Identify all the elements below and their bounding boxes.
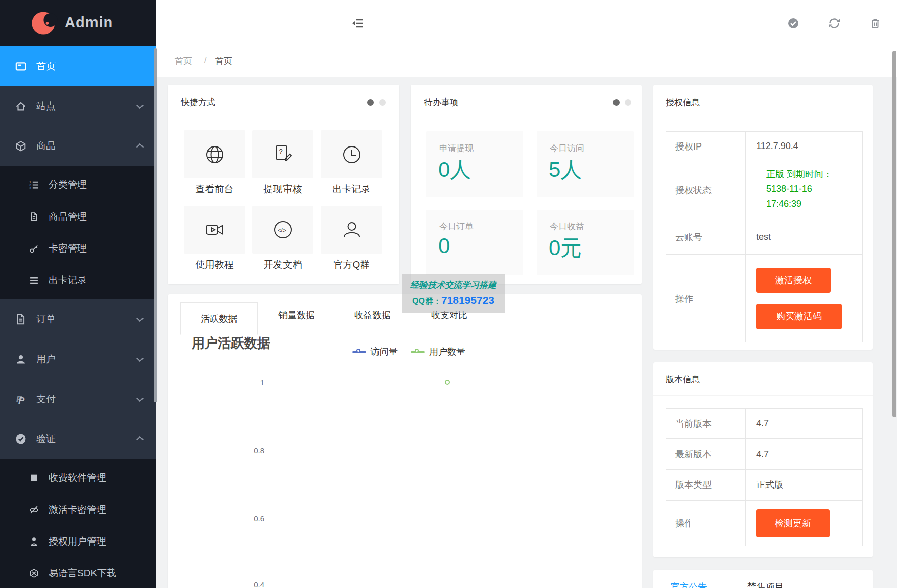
y-tick: 0.8 (204, 446, 264, 455)
version-card: 版本信息 当前版本 4.7 最新版本 4.7 版本类型 正式版 操作 检测更新 (653, 362, 873, 557)
breadcrumb: 首页 / 首页 (156, 46, 897, 77)
sidebar-item-label: 卡密管理 (49, 242, 87, 255)
tab-sales-data[interactable]: 销量数据 (266, 309, 327, 321)
cloud-account: test (746, 220, 862, 254)
carousel-dots (613, 99, 631, 106)
check-circle-icon (15, 433, 26, 445)
tab-revenue-data[interactable]: 收益数据 (342, 309, 403, 321)
sidebar-item-goods[interactable]: 商品 (0, 126, 156, 166)
legend-item-user-count[interactable]: 用户数量 (411, 346, 465, 358)
sidebar-item-label: 激活卡密管理 (49, 503, 106, 516)
legend-item-visits[interactable]: 访问量 (352, 346, 398, 358)
sidebar-item-card-key-manage[interactable]: 卡密管理 (0, 232, 156, 264)
app-title: Admin (65, 14, 113, 31)
sidebar-item-label: 验证 (36, 432, 56, 446)
list-numbered-icon: 123 (29, 180, 39, 189)
chart-legend: 访问量 用户数量 (352, 346, 465, 358)
sidebar-item-verify[interactable]: 验证 (0, 419, 156, 459)
sidebar-item-label: 支付 (36, 393, 56, 406)
sidebar-item-activation-key-manage[interactable]: 激活卡密管理 (0, 494, 156, 525)
shortcut-withdraw-review[interactable]: ? 提现审核 (252, 130, 313, 196)
sidebar-item-sdk-download[interactable]: 易语言SDK下载 (0, 557, 156, 588)
admin-dashboard: Admin 首页 站点 商品 123 (0, 0, 897, 588)
sidebar-item-category-manage[interactable]: 123 分类管理 (0, 169, 156, 201)
stat-value: 0人 (438, 156, 471, 184)
collapse-menu-icon[interactable] (352, 17, 364, 29)
tab-banned-items[interactable]: 禁售项目 (747, 581, 784, 588)
window-icon (15, 61, 26, 72)
activate-license-button[interactable]: 激活授权 (756, 268, 831, 293)
chart-title: 用户活跃数据 (192, 334, 270, 352)
stat-value: 0 (438, 234, 450, 258)
data-point-user-count (445, 380, 450, 385)
check-circle-icon[interactable] (787, 17, 799, 29)
chevron-down-icon (136, 354, 144, 361)
latest-version: 4.7 (746, 439, 862, 469)
sidebar-item-users[interactable]: 用户 (0, 339, 156, 379)
y-tick: 0.6 (204, 514, 264, 523)
breadcrumb-separator: / (204, 55, 207, 65)
card-title: 快捷方式 (181, 96, 215, 108)
card-header: 授权信息 (653, 85, 873, 117)
shortcut-tutorial[interactable]: 使用教程 (184, 206, 245, 271)
todos-card: 待办事项 申请提现 0人 今日访问 5人 今日订单 0 今日收益 0元 (411, 85, 642, 284)
chevron-down-icon (136, 101, 144, 108)
sidebar-item-payment[interactable]: P P 支付 (0, 379, 156, 419)
user-icon (15, 354, 26, 365)
card-header: 快捷方式 (168, 85, 399, 117)
chevron-up-icon (136, 143, 144, 150)
shortcut-dev-docs[interactable]: </> 开发文档 (252, 206, 313, 271)
sidebar-item-paid-software-manage[interactable]: 收费软件管理 (0, 462, 156, 494)
globe-icon (204, 143, 226, 166)
table-row: 云账号 test (666, 220, 862, 255)
sidebar-item-label: 授权用户管理 (49, 535, 106, 548)
carousel-dot[interactable] (379, 99, 386, 106)
user-tie-icon (29, 536, 39, 546)
stat-withdraw-requests: 申请提现 0人 (426, 131, 523, 197)
y-tick: 0.4 (204, 580, 264, 588)
table-row: 最新版本 4.7 (666, 439, 862, 470)
carousel-dots (367, 99, 386, 106)
hexagon-sdk-icon (29, 568, 39, 578)
page-scrollbar[interactable] (892, 51, 896, 417)
sidebar-item-licensed-user-manage[interactable]: 授权用户管理 (0, 525, 156, 557)
legend-marker (352, 351, 366, 353)
sidebar-item-label: 首页 (36, 60, 56, 73)
table-row: 版本类型 正式版 (666, 470, 862, 501)
tab-official-notice[interactable]: 官方公告 (671, 581, 707, 588)
sidebar-item-goods-manage[interactable]: 商品管理 (0, 201, 156, 232)
video-icon (204, 219, 226, 241)
carousel-dot[interactable] (625, 99, 631, 106)
topbar: admin888 (156, 0, 897, 46)
refresh-icon[interactable] (828, 17, 840, 29)
sidebar-item-label: 商品管理 (49, 210, 87, 223)
buy-activation-code-button[interactable]: 购买激活码 (756, 304, 842, 329)
shortcut-view-site[interactable]: 查看前台 (184, 130, 245, 196)
sidebar-item-home[interactable]: 首页 (0, 46, 156, 86)
paypal-icon: P P (15, 394, 26, 405)
home-icon (15, 101, 26, 112)
card-title: 待办事项 (424, 96, 458, 108)
key-icon (29, 243, 39, 253)
sidebar: Admin 首页 站点 商品 123 (0, 0, 156, 588)
table-row: 授权IP 112.7.90.4 (666, 132, 862, 161)
cube-icon (15, 140, 26, 152)
sidebar-scrollbar[interactable] (154, 48, 157, 402)
trash-icon[interactable] (869, 17, 881, 29)
sidebar-item-label: 收费软件管理 (49, 471, 106, 484)
carousel-dot-active[interactable] (613, 99, 620, 106)
shortcut-official-qq[interactable]: 官方Q群 (321, 206, 382, 271)
shortcuts-card: 快捷方式 查看前台 ? 提现审核 出卡记录 使用教程 </> (168, 85, 399, 284)
clock-icon (341, 143, 363, 166)
sidebar-item-site[interactable]: 站点 (0, 86, 156, 126)
license-card: 授权信息 授权IP 112.7.90.4 授权状态 正版 到期时间： 5138-… (653, 85, 873, 350)
carousel-dot-active[interactable] (367, 99, 374, 106)
shortcut-card-records[interactable]: 出卡记录 (321, 130, 382, 196)
file-question-edit-icon: ? (272, 143, 294, 166)
card-header: 待办事项 (411, 85, 642, 117)
breadcrumb-root[interactable]: 首页 (175, 55, 192, 67)
sidebar-item-orders[interactable]: 订单 (0, 299, 156, 339)
sidebar-item-card-records[interactable]: 出卡记录 (0, 264, 156, 296)
check-update-button[interactable]: 检测更新 (756, 509, 830, 537)
tab-active-data[interactable]: 活跃数据 (180, 302, 258, 335)
